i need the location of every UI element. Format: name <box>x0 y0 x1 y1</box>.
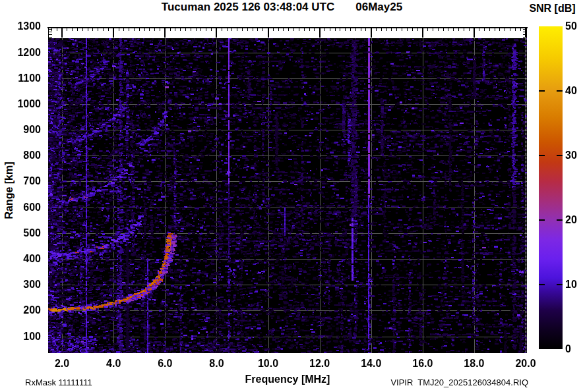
y-tick-label: 1100 <box>0 72 41 84</box>
title-station-time: Tucuman 2025 126 03:48:04 UTC <box>162 1 334 14</box>
x-tick-label: 14.0 <box>352 358 391 370</box>
y-tick-label: 400 <box>0 253 41 265</box>
colorbar-tick-mark <box>557 155 563 156</box>
colorbar-tick-mark <box>539 284 545 285</box>
colorbar-tick-label: 40 <box>565 85 583 97</box>
rxmask-annotation: RxMask 11111111 <box>25 378 92 387</box>
y-tick-label: 700 <box>0 175 41 187</box>
ionogram-figure: Tucuman 2025 126 03:48:04 UTC 06May25 SN… <box>0 0 583 392</box>
colorbar-tick-mark <box>539 90 545 92</box>
colorbar-gradient <box>539 26 563 349</box>
y-tick-label: 200 <box>0 304 41 316</box>
title-date: 06May25 <box>355 1 402 14</box>
y-tick-label: 100 <box>0 331 41 343</box>
colorbar-tick-label: 50 <box>565 20 583 32</box>
file-id-annotation: VIPIR TMJ20_2025126034804.RIQ <box>330 378 528 387</box>
x-tick-label: 20.0 <box>506 358 545 370</box>
y-tick-label: 900 <box>0 124 41 136</box>
x-tick-label: 18.0 <box>454 358 494 370</box>
x-tick-label: 6.0 <box>145 358 185 370</box>
x-tick-label: 10.0 <box>249 358 288 370</box>
y-tick-label: 800 <box>0 150 41 161</box>
x-tick-label: 8.0 <box>197 358 236 370</box>
colorbar-tick-mark <box>539 155 545 156</box>
colorbar-tick-mark <box>557 219 563 221</box>
ionogram-heatmap <box>48 38 527 353</box>
colorbar-tick-label: 10 <box>565 279 583 291</box>
x-tick-label: 4.0 <box>94 358 133 370</box>
x-tick-label: 16.0 <box>403 358 443 370</box>
y-tick-label: 1000 <box>0 98 41 110</box>
y-tick-label: 600 <box>0 202 41 213</box>
y-tick-label: 500 <box>0 227 41 239</box>
x-tick-label: 2.0 <box>42 358 82 370</box>
plot-title: Tucuman 2025 126 03:48:04 UTC 06May25 <box>0 1 564 14</box>
y-tick-label: 1200 <box>0 47 41 59</box>
y-tick-label: 1300 <box>0 20 41 32</box>
y-tick-label: 300 <box>0 279 41 291</box>
x-tick-label: 12.0 <box>300 358 340 370</box>
colorbar-title: SNR [dB] <box>522 3 583 14</box>
colorbar-tick-label: 20 <box>565 214 583 226</box>
colorbar-tick-mark <box>539 219 545 221</box>
colorbar-tick-mark <box>557 284 563 285</box>
colorbar-tick-label: 0 <box>565 343 583 355</box>
colorbar-tick-label: 30 <box>565 150 583 161</box>
colorbar-tick-mark <box>557 90 563 92</box>
